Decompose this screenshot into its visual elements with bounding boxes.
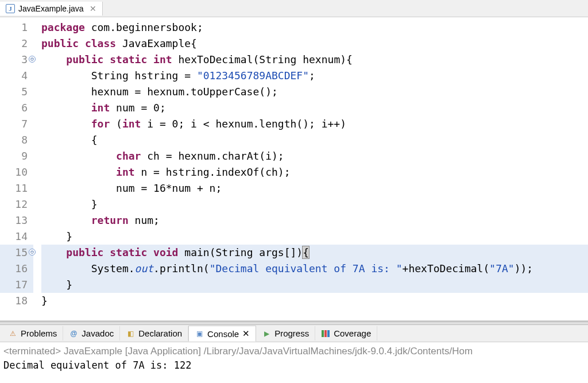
code-line[interactable]: String hstring = "0123456789ABCDEF";: [41, 68, 588, 84]
svg-rect-0: [322, 330, 324, 337]
tab-problems[interactable]: ⚠ Problems: [2, 326, 63, 341]
code-line[interactable]: char ch = hexnum.charAt(i);: [41, 148, 588, 164]
gutter-line: 3⊖: [0, 52, 33, 68]
tab-javadoc[interactable]: @ Javadoc: [63, 326, 120, 341]
code-line[interactable]: hexnum = hexnum.toUpperCase();: [41, 84, 588, 100]
fold-toggle-icon[interactable]: ⊖: [29, 249, 36, 256]
gutter-line: 16: [0, 261, 33, 277]
gutter-line: 7: [0, 116, 33, 132]
editor-tab-javaexample[interactable]: J JavaExample.java ✕: [0, 2, 103, 16]
code-line[interactable]: for (int i = 0; i < hexnum.length(); i++…: [41, 116, 588, 132]
gutter-line: 15⊖: [0, 245, 33, 261]
gutter-line: 14: [0, 229, 33, 245]
gutter-line: 2: [0, 36, 33, 52]
svg-rect-2: [327, 330, 330, 337]
gutter-line: 10: [0, 164, 33, 180]
code-line[interactable]: }: [41, 229, 588, 245]
tab-coverage[interactable]: Coverage: [315, 326, 377, 341]
problems-icon: ⚠: [8, 329, 17, 338]
console-body: <terminated> JavaExample [Java Applicati…: [0, 342, 588, 374]
console-icon: ▣: [195, 329, 204, 338]
gutter-line: 9: [0, 148, 33, 164]
code-line[interactable]: public static void main(String args[]){: [41, 245, 588, 261]
code-editor[interactable]: package com.beginnersbook;public class J…: [33, 17, 588, 320]
console-output: Decimal equivalent of 7A is: 122: [3, 358, 585, 372]
close-icon[interactable]: ✕: [242, 328, 250, 339]
code-line[interactable]: }: [41, 277, 588, 293]
gutter-line: 12: [0, 196, 33, 212]
javadoc-icon: @: [69, 329, 78, 338]
tab-progress[interactable]: ▶ Progress: [256, 326, 315, 341]
tab-label: Coverage: [334, 328, 371, 338]
gutter-line: 18: [0, 293, 33, 309]
tab-console[interactable]: ▣ Console ✕: [188, 326, 256, 342]
code-line[interactable]: {: [41, 132, 588, 148]
code-line[interactable]: System.out.println("Decimal equivalent o…: [41, 261, 588, 277]
code-line[interactable]: int n = hstring.indexOf(ch);: [41, 164, 588, 180]
editor-tab-bar: J JavaExample.java ✕: [0, 0, 588, 17]
editor-tab-filename: JavaExample.java: [18, 4, 84, 13]
gutter-line: 17: [0, 277, 33, 293]
gutter-line: 5: [0, 84, 33, 100]
editor-area: 123⊖456789101112131415⊖161718 package co…: [0, 17, 588, 320]
tab-label: Problems: [21, 328, 57, 338]
fold-toggle-icon[interactable]: ⊖: [29, 56, 36, 63]
tab-declaration[interactable]: ◧ Declaration: [120, 326, 188, 341]
code-line[interactable]: }: [41, 196, 588, 212]
gutter-line: 6: [0, 100, 33, 116]
tab-label: Javadoc: [82, 328, 114, 338]
gutter-line: 1: [0, 20, 33, 36]
code-line[interactable]: num = 16*num + n;: [41, 180, 588, 196]
code-line[interactable]: public class JavaExample{: [41, 36, 588, 52]
line-gutter: 123⊖456789101112131415⊖161718: [0, 17, 33, 320]
console-terminated-line: <terminated> JavaExample [Java Applicati…: [3, 345, 585, 358]
gutter-line: 11: [0, 180, 33, 196]
coverage-icon: [321, 329, 330, 338]
gutter-line: 8: [0, 132, 33, 148]
declaration-icon: ◧: [126, 329, 135, 338]
code-line[interactable]: return num;: [41, 212, 588, 229]
tab-label: Progress: [274, 328, 309, 338]
close-icon[interactable]: ✕: [90, 4, 96, 13]
progress-icon: ▶: [262, 329, 271, 338]
bottom-tab-bar: ⚠ Problems @ Javadoc ◧ Declaration ▣ Con…: [0, 325, 588, 342]
code-line[interactable]: package com.beginnersbook;: [41, 20, 588, 36]
gutter-line: 4: [0, 68, 33, 84]
code-line[interactable]: int num = 0;: [41, 100, 588, 116]
tab-label: Declaration: [138, 328, 182, 338]
java-file-icon: J: [6, 4, 15, 13]
code-line[interactable]: public static int hexToDecimal(String he…: [41, 52, 588, 68]
gutter-line: 13: [0, 212, 33, 229]
svg-rect-1: [324, 330, 327, 337]
tab-label: Console: [207, 329, 239, 339]
code-line[interactable]: }: [41, 293, 588, 309]
